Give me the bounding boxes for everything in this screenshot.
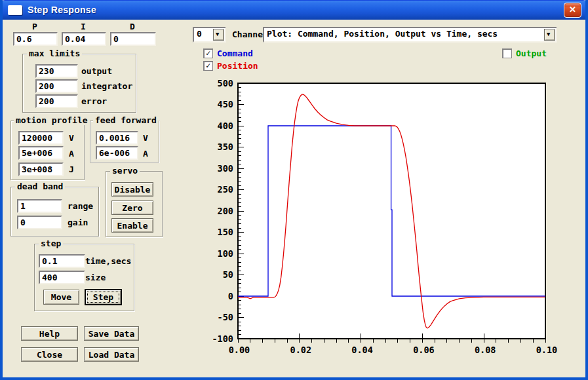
x-tick-label: 0.08 (475, 345, 496, 355)
servo-enable-button[interactable]: Enable (111, 218, 153, 233)
step-time-label: time,secs (85, 256, 131, 266)
dead-band-range-input[interactable] (17, 199, 62, 213)
dead-band-gain-label: gain (68, 218, 88, 227)
output-legend-item: Output (502, 48, 547, 58)
position-checkbox-label: Position (217, 61, 258, 71)
y-tick-label: 50 (223, 269, 233, 280)
step-response-window: Step Response ✕ P I D max limits output … (0, 0, 588, 380)
y-tick-label: 350 (218, 142, 233, 152)
ff-velocity-input[interactable] (96, 131, 138, 145)
command-legend-item: ✓ Command (203, 48, 253, 58)
max-limits-group: max limits output integrator error (22, 54, 136, 113)
x-tick-label: 0.02 (290, 345, 312, 355)
plot-select-value: Plot: Command, Position, Output vs Time,… (267, 29, 498, 39)
max-error-input[interactable] (35, 94, 78, 108)
dead-band-group: dead band range gain (10, 187, 99, 237)
max-limits-title: max limits (27, 48, 82, 58)
command-checkbox[interactable]: ✓ (203, 48, 213, 58)
help-button[interactable]: Help (21, 326, 78, 341)
dead-band-range-label: range (68, 201, 93, 211)
servo-title: servo (110, 166, 140, 176)
i-input[interactable] (62, 32, 106, 46)
i-label: I (62, 22, 105, 31)
accel-unit-label: A (69, 149, 74, 159)
servo-zero-button[interactable]: Zero (111, 200, 153, 215)
y-tick-label: -100 (212, 333, 233, 344)
step-response-chart: 500450400350300250200150100500-50-1000.0… (212, 77, 577, 373)
y-tick-label: 250 (218, 184, 233, 195)
velocity-unit-label: V (69, 133, 74, 143)
step-time-input[interactable] (39, 254, 85, 268)
load-data-button[interactable]: Load Data (84, 347, 139, 362)
y-tick-label: 450 (218, 99, 233, 109)
close-icon: ✕ (569, 5, 576, 14)
ff-accel-unit-label: A (143, 149, 148, 159)
window-title: Step Response (28, 5, 96, 15)
x-tick-label: 0.06 (413, 345, 435, 355)
jerk-input[interactable] (18, 162, 64, 176)
plot-chevron-down-icon[interactable] (544, 29, 555, 41)
command-checkbox-label: Command (217, 48, 253, 58)
x-tick-label: 0.04 (351, 345, 373, 355)
output-checkbox-label: Output (516, 48, 547, 58)
max-output-label: output (81, 66, 112, 76)
ff-accel-input[interactable] (96, 146, 138, 160)
accel-input[interactable] (18, 146, 64, 160)
y-tick-label: 0 (228, 291, 233, 301)
max-integrator-label: integrator (81, 81, 132, 91)
y-tick-label: 150 (218, 227, 233, 237)
ff-velocity-unit-label: V (143, 133, 148, 143)
position-checkbox[interactable]: ✓ (203, 61, 213, 71)
feed-forward-title: feed forward (93, 115, 159, 125)
step-title: step (39, 238, 63, 248)
jerk-unit-label: J (69, 164, 74, 174)
y-tick-label: 300 (218, 163, 233, 174)
servo-disable-button[interactable]: Disable (111, 182, 153, 197)
y-tick-label: -50 (218, 312, 233, 322)
close-window-button[interactable]: Close (21, 347, 78, 362)
plot-select[interactable]: Plot: Command, Position, Output vs Time,… (263, 27, 557, 43)
y-tick-label: 400 (218, 121, 233, 131)
step-size-input[interactable] (39, 271, 85, 284)
dead-band-gain-input[interactable] (17, 216, 62, 229)
dead-band-title: dead band (15, 181, 65, 191)
titlebar: Step Response ✕ (0, 0, 588, 20)
step-size-label: size (85, 273, 106, 282)
position-legend-item: ✓ Position (203, 61, 258, 71)
feed-forward-group: feed forward V A (90, 121, 159, 162)
max-integrator-input[interactable] (35, 79, 78, 93)
motion-profile-title: motion profile (14, 115, 90, 125)
d-label: D (110, 22, 155, 31)
step-button[interactable]: Step (85, 289, 122, 305)
output-checkbox[interactable] (502, 48, 512, 58)
servo-group: servo Disable Zero Enable (106, 171, 163, 237)
app-icon (8, 5, 22, 15)
x-tick-label: 0.10 (536, 345, 558, 355)
p-input[interactable] (13, 32, 58, 46)
y-tick-label: 500 (218, 78, 233, 88)
p-label: P (13, 22, 56, 31)
channel-select[interactable]: 0 (193, 27, 226, 43)
max-output-input[interactable] (35, 64, 78, 78)
save-data-button[interactable]: Save Data (84, 326, 139, 341)
x-tick-label: 0.00 (229, 345, 250, 355)
channel-value: 0 (197, 29, 202, 39)
y-tick-label: 100 (218, 248, 233, 259)
move-button[interactable]: Move (43, 290, 79, 305)
motion-profile-group: motion profile V A J (10, 121, 85, 180)
d-input[interactable] (110, 32, 156, 46)
step-group: step time,secs size Move Step (34, 244, 134, 311)
close-button[interactable]: ✕ (564, 3, 581, 18)
velocity-input[interactable] (18, 131, 64, 145)
max-error-label: error (81, 96, 107, 106)
y-tick-label: 200 (218, 206, 233, 216)
channel-chevron-down-icon[interactable] (213, 29, 224, 41)
